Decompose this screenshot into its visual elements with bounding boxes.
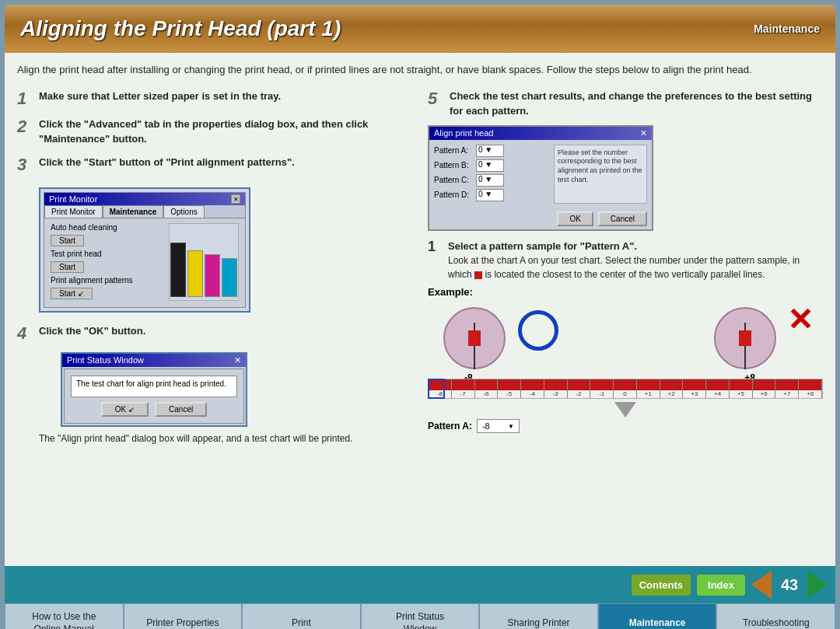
step-5: 5 Check the test chart results, and chan… — [428, 89, 823, 119]
pattern-select[interactable]: -8 ▼ — [477, 419, 520, 433]
step-5-num: 5 — [428, 89, 443, 119]
right-column: 5 Check the test chart results, and chan… — [428, 89, 823, 446]
ruler-ticks: -8-7-6-5-4-3-2-10+1+2+3+4+5+6+7+8 — [429, 379, 822, 398]
ruler-label--2: -2 — [576, 390, 581, 397]
ruler-label-+6: +6 — [761, 390, 768, 397]
sub-step-1-content: Select a pattern sample for "Pattern A".… — [448, 239, 823, 282]
tab-sharing-printer[interactable]: Sharing Printer — [479, 603, 598, 629]
page-title: Aligning the Print Head (part 1) — [20, 16, 341, 41]
align-label-d: Pattern D: — [434, 190, 473, 199]
ruler-tick--4: -4 — [521, 379, 544, 398]
sw-close-icon: ✕ — [234, 355, 241, 365]
ruler-label-+1: +1 — [645, 390, 652, 397]
example-label: Example: — [428, 286, 823, 298]
sw-text-area: The test chart for align print head is p… — [71, 376, 237, 397]
left-column: 1 Make sure that Letter sized paper is s… — [17, 89, 412, 446]
ruler-tick--1: -1 — [590, 379, 614, 398]
start-btn-1[interactable]: Start — [51, 235, 84, 246]
ruler-label--6: -6 — [483, 390, 488, 397]
yellow-cartridge — [187, 250, 203, 297]
ruler-label-+4: +4 — [714, 390, 721, 397]
step-4-num: 4 — [17, 323, 33, 344]
ruler-strip: -8-7-6-5-4-3-2-10+1+2+3+4+5+6+7+8 — [428, 379, 823, 399]
ruler-tick-+7: +7 — [775, 379, 799, 398]
align-close-icon: ✕ — [640, 128, 647, 138]
tab-printer-properties[interactable]: Printer Properties — [124, 603, 243, 629]
align-title: Align print head — [434, 128, 493, 138]
tab-options[interactable]: Options — [163, 205, 204, 218]
left-vline — [474, 323, 475, 369]
right-red-square — [739, 330, 751, 346]
ruler-fill-+6 — [753, 379, 775, 390]
sub-step-1-title: Select a pattern sample for "Pattern A". — [448, 239, 823, 254]
ruler-fill-+8 — [799, 379, 821, 390]
ruler-tick--7: -7 — [452, 379, 475, 398]
ruler-tick--2: -2 — [568, 379, 591, 398]
start-btn-2[interactable]: Start — [51, 261, 84, 273]
page-header: Aligning the Print Head (part 1) Mainten… — [5, 5, 835, 53]
sw-ok-btn[interactable]: OK ↙ — [101, 402, 149, 417]
print-status-screenshot: Print Status Window ✕ The test chart for… — [39, 352, 412, 427]
align-ok-btn[interactable]: OK — [557, 211, 593, 226]
sw-cancel-btn[interactable]: Cancel — [155, 402, 207, 417]
ss-row-3: Print alignment patterns — [51, 276, 164, 285]
ruler-tick--6: -6 — [475, 379, 499, 398]
align-input-a[interactable]: 0 ▼ — [476, 145, 504, 157]
align-input-d[interactable]: 0 ▼ — [476, 189, 504, 201]
ruler-fill-+2 — [660, 379, 683, 390]
start-btn-3[interactable]: Start ↙ — [51, 288, 93, 299]
caption-text: The "Align print head" dialog box will a… — [39, 432, 412, 446]
screenshot-tabs: Print Monitor Maintenance Options — [44, 205, 245, 218]
tab-print-status-window[interactable]: Print StatusWindow — [361, 603, 480, 629]
screenshot-title: Print Monitor — [49, 194, 97, 204]
index-button[interactable]: Index — [697, 575, 745, 596]
ruler-tick-+4: +4 — [706, 379, 730, 398]
ruler-fill--5 — [498, 379, 520, 390]
pattern-select-label: Pattern A: — [428, 421, 472, 432]
tab-troubleshooting[interactable]: Troubleshooting — [716, 603, 835, 629]
align-buttons: OK Cancel — [429, 208, 652, 229]
ss-row-3-label: Print alignment patterns — [51, 276, 133, 285]
next-page-button[interactable] — [807, 571, 828, 599]
ruler-fill--1 — [590, 379, 613, 390]
ruler-label-+5: +5 — [737, 390, 744, 397]
close-icon: ✕ — [231, 194, 240, 204]
align-body: Pattern A: 0 ▼ Pattern B: 0 ▼ Pattern C:… — [429, 140, 652, 208]
ss-row-2-btn: Start — [51, 261, 164, 273]
pattern-select-value: -8 — [482, 421, 490, 431]
tab-maintenance[interactable]: Maintenance — [598, 603, 717, 629]
prev-page-button[interactable] — [751, 571, 772, 599]
ruler-tick--3: -3 — [544, 379, 568, 398]
ruler-fill-+7 — [775, 379, 798, 390]
ruler-tick--5: -5 — [498, 379, 521, 398]
left-pattern-inner — [468, 330, 481, 346]
ruler-label-+7: +7 — [783, 390, 790, 397]
step-2-text: Click the "Advanced" tab in the properti… — [39, 117, 412, 147]
columns: 1 Make sure that Letter sized paper is s… — [17, 89, 823, 446]
ss-row-2-label: Test print head — [51, 250, 102, 258]
ss-left-panel: Auto head cleaning Start Test print head — [51, 223, 164, 302]
align-cancel-btn[interactable]: Cancel — [598, 211, 647, 226]
align-label-b: Pattern B: — [434, 161, 473, 169]
ruler-tick-+2: +2 — [660, 379, 684, 398]
align-dialog: Align print head ✕ Pattern A: 0 ▼ Patter… — [428, 125, 653, 231]
tab-maintenance[interactable]: Maintenance — [103, 205, 164, 218]
ruler-label-0: 0 — [623, 390, 626, 397]
step-2-num: 2 — [17, 117, 33, 137]
align-label-c: Pattern C: — [434, 176, 473, 184]
tab-how-to-use[interactable]: How to Use theOnline Manual — [5, 603, 124, 629]
contents-button[interactable]: Contents — [632, 575, 691, 596]
ruler-fill-+3 — [683, 379, 705, 390]
tab-print-monitor[interactable]: Print Monitor — [44, 205, 103, 218]
right-vline — [744, 323, 746, 369]
step-2: 2 Click the "Advanced" tab in the proper… — [17, 117, 412, 147]
ruler-tick-+8: +8 — [799, 379, 822, 398]
ruler-tick-0: 0 — [614, 379, 637, 398]
ruler-label--3: -3 — [553, 390, 558, 397]
align-input-b[interactable]: 0 ▼ — [476, 159, 504, 172]
ss-content: Auto head cleaning Start Test print head — [51, 223, 239, 302]
ruler-label--4: -4 — [530, 390, 535, 397]
tab-print[interactable]: Print — [242, 603, 361, 629]
align-input-c[interactable]: 0 ▼ — [476, 174, 504, 187]
sw-titlebar: Print Status Window ✕ — [62, 354, 246, 367]
